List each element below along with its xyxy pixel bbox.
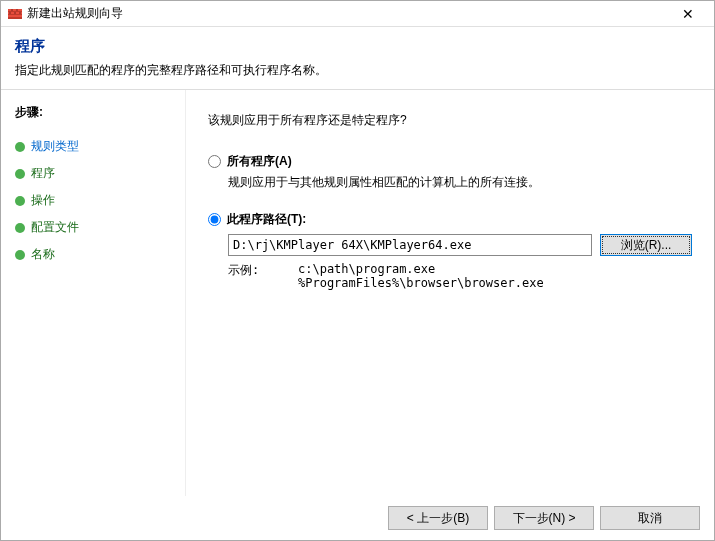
wizard-header: 程序 指定此规则匹配的程序的完整程序路径和可执行程序名称。 bbox=[1, 27, 714, 90]
step-label: 操作 bbox=[31, 192, 55, 209]
page-subtitle: 指定此规则匹配的程序的完整程序路径和可执行程序名称。 bbox=[15, 62, 700, 79]
step-name[interactable]: 名称 bbox=[15, 241, 177, 268]
window-title: 新建出站规则向导 bbox=[27, 5, 668, 22]
wizard-window: 新建出站规则向导 ✕ 程序 指定此规则匹配的程序的完整程序路径和可执行程序名称。… bbox=[0, 0, 715, 541]
svg-rect-3 bbox=[8, 15, 22, 17]
bullet-icon bbox=[15, 250, 25, 260]
radio-all-desc: 规则应用于与其他规则属性相匹配的计算机上的所有连接。 bbox=[228, 174, 692, 191]
step-label: 程序 bbox=[31, 165, 55, 182]
bullet-icon bbox=[15, 142, 25, 152]
radio-this-path-row: 此程序路径(T): bbox=[208, 211, 692, 228]
radio-all-label: 所有程序(A) bbox=[227, 153, 292, 170]
back-button[interactable]: < 上一步(B) bbox=[388, 506, 488, 530]
step-label: 配置文件 bbox=[31, 219, 79, 236]
bullet-icon bbox=[15, 169, 25, 179]
example-row: 示例: c:\path\program.exe %ProgramFiles%\b… bbox=[228, 262, 692, 290]
step-rule-type[interactable]: 规则类型 bbox=[15, 133, 177, 160]
wizard-body: 步骤: 规则类型 程序 操作 配置文件 名称 该规则应 bbox=[1, 90, 714, 496]
step-label: 规则类型 bbox=[31, 138, 79, 155]
browse-button[interactable]: 浏览(R)... bbox=[600, 234, 692, 256]
radio-all-programs[interactable] bbox=[208, 155, 221, 168]
svg-rect-1 bbox=[8, 9, 22, 11]
radio-path-label: 此程序路径(T): bbox=[227, 211, 306, 228]
steps-heading: 步骤: bbox=[15, 104, 177, 121]
example-label: 示例: bbox=[228, 262, 298, 290]
close-button[interactable]: ✕ bbox=[668, 1, 708, 27]
cancel-button[interactable]: 取消 bbox=[600, 506, 700, 530]
title-bar: 新建出站规则向导 ✕ bbox=[1, 1, 714, 27]
page-title: 程序 bbox=[15, 37, 700, 56]
radio-this-path[interactable] bbox=[208, 213, 221, 226]
radio-all-programs-row: 所有程序(A) bbox=[208, 153, 692, 170]
question-text: 该规则应用于所有程序还是特定程序? bbox=[208, 112, 692, 129]
steps-sidebar: 步骤: 规则类型 程序 操作 配置文件 名称 bbox=[1, 90, 186, 496]
step-label: 名称 bbox=[31, 246, 55, 263]
firewall-icon bbox=[7, 6, 23, 22]
step-program[interactable]: 程序 bbox=[15, 160, 177, 187]
bullet-icon bbox=[15, 196, 25, 206]
program-path-input[interactable] bbox=[228, 234, 592, 256]
step-profile[interactable]: 配置文件 bbox=[15, 214, 177, 241]
step-action[interactable]: 操作 bbox=[15, 187, 177, 214]
next-button[interactable]: 下一步(N) > bbox=[494, 506, 594, 530]
bullet-icon bbox=[15, 223, 25, 233]
example-lines: c:\path\program.exe %ProgramFiles%\brows… bbox=[298, 262, 544, 290]
main-panel: 该规则应用于所有程序还是特定程序? 所有程序(A) 规则应用于与其他规则属性相匹… bbox=[186, 90, 714, 496]
path-row: 浏览(R)... bbox=[228, 234, 692, 256]
wizard-footer: < 上一步(B) 下一步(N) > 取消 bbox=[1, 496, 714, 540]
